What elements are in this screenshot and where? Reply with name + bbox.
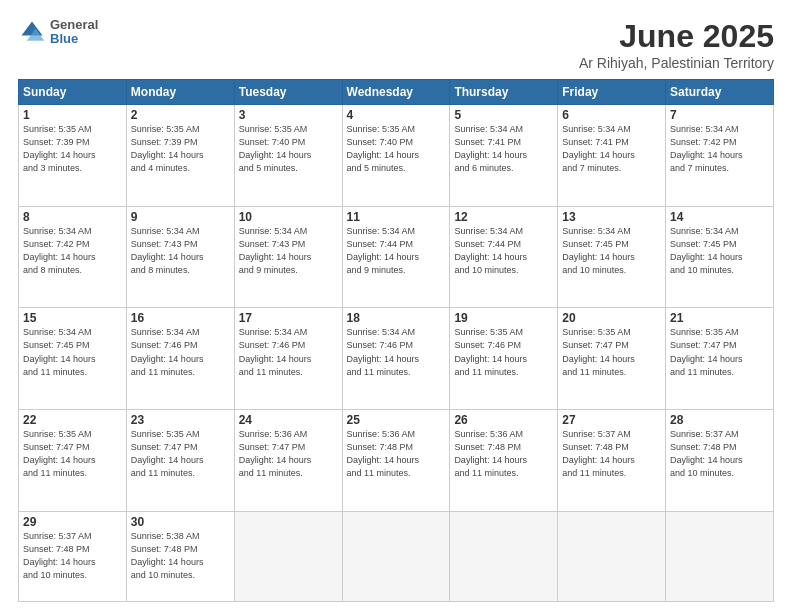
day-number: 16: [131, 311, 230, 325]
calendar-cell: 10Sunrise: 5:34 AM Sunset: 7:43 PM Dayli…: [234, 206, 342, 308]
day-info: Sunrise: 5:34 AM Sunset: 7:46 PM Dayligh…: [131, 326, 230, 378]
day-info: Sunrise: 5:34 AM Sunset: 7:42 PM Dayligh…: [23, 225, 122, 277]
day-number: 10: [239, 210, 338, 224]
day-number: 29: [23, 515, 122, 529]
calendar-cell: 6Sunrise: 5:34 AM Sunset: 7:41 PM Daylig…: [558, 105, 666, 207]
day-number: 23: [131, 413, 230, 427]
day-info: Sunrise: 5:34 AM Sunset: 7:43 PM Dayligh…: [131, 225, 230, 277]
day-number: 3: [239, 108, 338, 122]
day-info: Sunrise: 5:35 AM Sunset: 7:47 PM Dayligh…: [562, 326, 661, 378]
calendar-title: June 2025: [579, 18, 774, 55]
calendar-cell: [234, 511, 342, 601]
day-number: 26: [454, 413, 553, 427]
calendar-cell: 9Sunrise: 5:34 AM Sunset: 7:43 PM Daylig…: [126, 206, 234, 308]
day-number: 9: [131, 210, 230, 224]
calendar-location: Ar Rihiyah, Palestinian Territory: [579, 55, 774, 71]
day-info: Sunrise: 5:34 AM Sunset: 7:46 PM Dayligh…: [239, 326, 338, 378]
calendar-body: 1Sunrise: 5:35 AM Sunset: 7:39 PM Daylig…: [19, 105, 774, 602]
day-info: Sunrise: 5:34 AM Sunset: 7:44 PM Dayligh…: [454, 225, 553, 277]
day-number: 19: [454, 311, 553, 325]
day-number: 8: [23, 210, 122, 224]
day-info: Sunrise: 5:35 AM Sunset: 7:40 PM Dayligh…: [239, 123, 338, 175]
day-info: Sunrise: 5:36 AM Sunset: 7:48 PM Dayligh…: [347, 428, 446, 480]
day-number: 17: [239, 311, 338, 325]
day-number: 11: [347, 210, 446, 224]
logo-text: General Blue: [50, 18, 98, 47]
calendar-cell: 28Sunrise: 5:37 AM Sunset: 7:48 PM Dayli…: [666, 410, 774, 512]
day-number: 12: [454, 210, 553, 224]
weekday-header-wednesday: Wednesday: [342, 80, 450, 105]
day-info: Sunrise: 5:34 AM Sunset: 7:43 PM Dayligh…: [239, 225, 338, 277]
day-info: Sunrise: 5:34 AM Sunset: 7:42 PM Dayligh…: [670, 123, 769, 175]
day-number: 14: [670, 210, 769, 224]
day-info: Sunrise: 5:35 AM Sunset: 7:39 PM Dayligh…: [131, 123, 230, 175]
day-number: 18: [347, 311, 446, 325]
day-number: 15: [23, 311, 122, 325]
day-number: 21: [670, 311, 769, 325]
calendar-cell: 14Sunrise: 5:34 AM Sunset: 7:45 PM Dayli…: [666, 206, 774, 308]
calendar-cell: 19Sunrise: 5:35 AM Sunset: 7:46 PM Dayli…: [450, 308, 558, 410]
day-info: Sunrise: 5:36 AM Sunset: 7:47 PM Dayligh…: [239, 428, 338, 480]
weekday-header-thursday: Thursday: [450, 80, 558, 105]
header: General Blue June 2025 Ar Rihiyah, Pales…: [18, 18, 774, 71]
logo-icon: [18, 18, 46, 46]
calendar-cell: 12Sunrise: 5:34 AM Sunset: 7:44 PM Dayli…: [450, 206, 558, 308]
calendar-cell: 4Sunrise: 5:35 AM Sunset: 7:40 PM Daylig…: [342, 105, 450, 207]
day-info: Sunrise: 5:35 AM Sunset: 7:47 PM Dayligh…: [131, 428, 230, 480]
calendar-cell: 23Sunrise: 5:35 AM Sunset: 7:47 PM Dayli…: [126, 410, 234, 512]
day-info: Sunrise: 5:35 AM Sunset: 7:46 PM Dayligh…: [454, 326, 553, 378]
weekday-header-monday: Monday: [126, 80, 234, 105]
day-number: 22: [23, 413, 122, 427]
day-info: Sunrise: 5:36 AM Sunset: 7:48 PM Dayligh…: [454, 428, 553, 480]
day-number: 28: [670, 413, 769, 427]
calendar-table: SundayMondayTuesdayWednesdayThursdayFrid…: [18, 79, 774, 602]
day-info: Sunrise: 5:34 AM Sunset: 7:45 PM Dayligh…: [562, 225, 661, 277]
calendar-cell: 27Sunrise: 5:37 AM Sunset: 7:48 PM Dayli…: [558, 410, 666, 512]
day-info: Sunrise: 5:35 AM Sunset: 7:39 PM Dayligh…: [23, 123, 122, 175]
logo: General Blue: [18, 18, 98, 47]
calendar-week-row: 8Sunrise: 5:34 AM Sunset: 7:42 PM Daylig…: [19, 206, 774, 308]
calendar-header: SundayMondayTuesdayWednesdayThursdayFrid…: [19, 80, 774, 105]
logo-blue-label: Blue: [50, 32, 98, 46]
calendar-cell: 17Sunrise: 5:34 AM Sunset: 7:46 PM Dayli…: [234, 308, 342, 410]
day-info: Sunrise: 5:37 AM Sunset: 7:48 PM Dayligh…: [23, 530, 122, 582]
weekday-header-tuesday: Tuesday: [234, 80, 342, 105]
day-info: Sunrise: 5:35 AM Sunset: 7:47 PM Dayligh…: [23, 428, 122, 480]
day-info: Sunrise: 5:34 AM Sunset: 7:46 PM Dayligh…: [347, 326, 446, 378]
calendar-cell: [450, 511, 558, 601]
title-block: June 2025 Ar Rihiyah, Palestinian Territ…: [579, 18, 774, 71]
weekday-header-sunday: Sunday: [19, 80, 127, 105]
day-number: 30: [131, 515, 230, 529]
calendar-cell: 21Sunrise: 5:35 AM Sunset: 7:47 PM Dayli…: [666, 308, 774, 410]
calendar-cell: 13Sunrise: 5:34 AM Sunset: 7:45 PM Dayli…: [558, 206, 666, 308]
day-number: 25: [347, 413, 446, 427]
day-number: 7: [670, 108, 769, 122]
logo-general-label: General: [50, 18, 98, 32]
calendar-cell: 7Sunrise: 5:34 AM Sunset: 7:42 PM Daylig…: [666, 105, 774, 207]
calendar-cell: 16Sunrise: 5:34 AM Sunset: 7:46 PM Dayli…: [126, 308, 234, 410]
weekday-header-friday: Friday: [558, 80, 666, 105]
calendar-cell: 22Sunrise: 5:35 AM Sunset: 7:47 PM Dayli…: [19, 410, 127, 512]
calendar-cell: [558, 511, 666, 601]
calendar-cell: 26Sunrise: 5:36 AM Sunset: 7:48 PM Dayli…: [450, 410, 558, 512]
calendar-week-row: 1Sunrise: 5:35 AM Sunset: 7:39 PM Daylig…: [19, 105, 774, 207]
day-info: Sunrise: 5:38 AM Sunset: 7:48 PM Dayligh…: [131, 530, 230, 582]
calendar-cell: 30Sunrise: 5:38 AM Sunset: 7:48 PM Dayli…: [126, 511, 234, 601]
day-number: 2: [131, 108, 230, 122]
day-number: 13: [562, 210, 661, 224]
day-info: Sunrise: 5:35 AM Sunset: 7:47 PM Dayligh…: [670, 326, 769, 378]
calendar-cell: 5Sunrise: 5:34 AM Sunset: 7:41 PM Daylig…: [450, 105, 558, 207]
calendar-cell: 2Sunrise: 5:35 AM Sunset: 7:39 PM Daylig…: [126, 105, 234, 207]
calendar-cell: 8Sunrise: 5:34 AM Sunset: 7:42 PM Daylig…: [19, 206, 127, 308]
calendar-cell: 20Sunrise: 5:35 AM Sunset: 7:47 PM Dayli…: [558, 308, 666, 410]
day-number: 27: [562, 413, 661, 427]
calendar-cell: 25Sunrise: 5:36 AM Sunset: 7:48 PM Dayli…: [342, 410, 450, 512]
calendar-cell: 29Sunrise: 5:37 AM Sunset: 7:48 PM Dayli…: [19, 511, 127, 601]
day-info: Sunrise: 5:34 AM Sunset: 7:44 PM Dayligh…: [347, 225, 446, 277]
day-number: 4: [347, 108, 446, 122]
calendar-cell: 3Sunrise: 5:35 AM Sunset: 7:40 PM Daylig…: [234, 105, 342, 207]
weekday-header-saturday: Saturday: [666, 80, 774, 105]
calendar-cell: 11Sunrise: 5:34 AM Sunset: 7:44 PM Dayli…: [342, 206, 450, 308]
day-number: 24: [239, 413, 338, 427]
day-info: Sunrise: 5:37 AM Sunset: 7:48 PM Dayligh…: [670, 428, 769, 480]
